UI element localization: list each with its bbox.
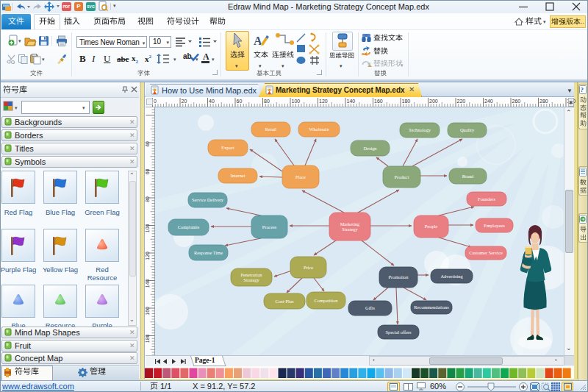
svg-text:120: 120 [319,99,328,104]
svg-text:20: 20 [181,99,187,104]
svg-text:Complaints: Complaints [178,224,200,229]
svg-text:Price: Price [304,265,313,270]
svg-text:People: People [425,224,438,229]
svg-text:140: 140 [346,99,355,104]
svg-text:Employees: Employees [484,223,505,228]
svg-text:80: 80 [145,196,150,202]
svg-text:Brand: Brand [462,174,474,179]
svg-text:160: 160 [145,307,150,316]
svg-text:100: 100 [291,99,300,104]
svg-text:260: 260 [512,99,520,104]
svg-text:Recommendations: Recommendations [414,304,449,310]
svg-text:Penetration: Penetration [240,272,262,277]
svg-text:Process: Process [262,224,277,229]
svg-text:80: 80 [264,99,270,104]
svg-text:Export: Export [221,145,234,150]
svg-text:200: 200 [429,99,438,104]
svg-text:Cost-Plus: Cost-Plus [276,299,294,304]
svg-text:140: 140 [145,279,150,288]
svg-text:Customer Service: Customer Service [469,250,503,255]
svg-text:Wholesale: Wholesale [309,126,329,132]
svg-text:240: 240 [484,99,493,104]
svg-text:60: 60 [236,99,242,104]
svg-text:180: 180 [401,99,410,104]
svg-text:Promotion: Promotion [389,274,409,279]
svg-text:Internet: Internet [231,173,245,178]
svg-text:Strategy: Strategy [342,227,358,232]
svg-text:Gifts: Gifts [365,305,375,310]
svg-text:180: 180 [145,334,150,343]
svg-text:Retail: Retail [265,126,276,132]
svg-text:Design: Design [363,146,377,151]
svg-text:100: 100 [145,224,150,232]
svg-text:Founders: Founders [478,196,495,202]
svg-text:Response Time: Response Time [194,250,223,255]
svg-text:?: ? [581,86,584,93]
svg-text:220: 220 [456,99,465,104]
svg-text:Technology: Technology [409,127,431,132]
svg-text:Quality: Quality [460,127,475,132]
svg-text:40: 40 [145,141,150,147]
svg-text:280: 280 [539,99,548,104]
svg-text:120: 120 [145,252,150,260]
svg-text:40: 40 [209,99,215,104]
svg-text:Place: Place [295,174,306,179]
svg-text:Service Delivery: Service Delivery [192,197,224,202]
svg-text:Special offers: Special offers [385,329,412,335]
svg-text:60: 60 [145,168,150,174]
svg-text:Strategy: Strategy [243,277,259,282]
svg-text:160: 160 [374,99,383,104]
svg-text:Competition: Competition [315,298,339,303]
svg-text:Product: Product [395,174,409,179]
svg-text:Marketing: Marketing [340,221,360,227]
svg-text:0: 0 [154,99,157,104]
svg-text:Advertising: Advertising [440,274,463,279]
